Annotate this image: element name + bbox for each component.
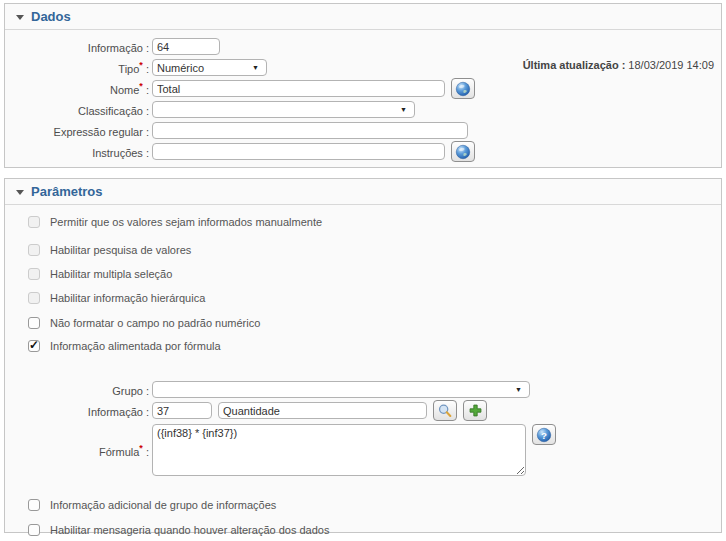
informacao-input[interactable]: [152, 38, 220, 55]
informacao-nome-input[interactable]: [218, 402, 427, 419]
parametros-body: Permitir que os valores sejam informados…: [5, 205, 721, 536]
field-row-classificacao: Classificação : ▼: [5, 101, 721, 118]
add-button[interactable]: [463, 400, 487, 421]
help-icon: ?: [536, 427, 552, 443]
expressao-regular-input[interactable]: [152, 122, 468, 139]
svg-text:?: ?: [541, 429, 547, 440]
field-row-nome: Nome* :: [5, 80, 721, 97]
checkbox[interactable]: [28, 244, 40, 256]
field-row-grupo: Grupo : ▼: [5, 381, 721, 398]
collapse-icon[interactable]: [16, 190, 24, 195]
checkbox-row-informacao-hierarquica: Habilitar informação hierárquica: [5, 292, 721, 304]
formula-label: Fórmula* :: [5, 443, 149, 458]
last-update: Última atualização :18/03/2019 14:09: [523, 59, 714, 71]
dropdown-arrow-icon: ▼: [252, 64, 259, 71]
nome-input[interactable]: [152, 80, 445, 97]
section-title-parametros: Parâmetros: [31, 184, 103, 199]
expressao-regular-label: Expressão regular :: [5, 123, 149, 138]
checkbox-row-alimentada-por-formula: ✓ Informação alimentada por fórmula: [5, 340, 721, 352]
checkbox[interactable]: [28, 317, 40, 329]
parametros-header[interactable]: Parâmetros: [5, 179, 721, 205]
checkbox-label: Habilitar informação hierárquica: [50, 292, 205, 304]
checkbox-label: Não formatar o campo no padrão numérico: [50, 317, 260, 329]
checkbox-label: Habilitar pesquisa de valores: [50, 244, 191, 256]
globe-icon: [455, 81, 471, 97]
checkbox[interactable]: [28, 499, 40, 511]
instrucoes-translate-button[interactable]: [451, 141, 475, 162]
collapse-icon[interactable]: [16, 15, 24, 20]
checkbox-row-nao-formatar-numerico: Não formatar o campo no padrão numérico: [5, 317, 721, 329]
nome-label: Nome* :: [5, 81, 149, 96]
search-button[interactable]: [433, 400, 457, 421]
field-row-informacao-formula: Informação :: [5, 402, 721, 419]
instrucoes-label: Instruções :: [5, 144, 149, 159]
checkbox[interactable]: ✓: [28, 340, 40, 352]
checkbox-row-permitir-valores-manuais: Permitir que os valores sejam informados…: [5, 216, 721, 228]
dados-header[interactable]: Dados: [5, 4, 721, 30]
checkbox[interactable]: [28, 524, 40, 536]
classificacao-label: Classificação :: [5, 102, 149, 117]
checkbox-label: Habilitar mensageria quando houver alter…: [50, 524, 329, 536]
field-row-formula: Fórmula* : ?: [5, 424, 721, 476]
section-title-dados: Dados: [31, 9, 71, 24]
checkbox-label: Informação alimentada por fórmula: [50, 340, 221, 352]
classificacao-select[interactable]: ▼: [152, 101, 415, 118]
dados-body: Última atualização :18/03/2019 14:09 Inf…: [5, 30, 721, 160]
dropdown-arrow-icon: ▼: [400, 106, 407, 113]
checkbox-row-habilitar-pesquisa: Habilitar pesquisa de valores: [5, 244, 721, 256]
last-update-label: Última atualização: [523, 59, 619, 71]
formula-help-button[interactable]: ?: [532, 424, 556, 445]
field-row-informacao: Informação :: [5, 38, 721, 55]
plus-icon: [468, 403, 483, 418]
dropdown-arrow-icon: ▼: [515, 386, 522, 393]
globe-icon: [455, 144, 471, 160]
tipo-select[interactable]: Numérico ▼: [152, 59, 267, 76]
tipo-label: Tipo* :: [5, 60, 149, 75]
checkbox[interactable]: [28, 268, 40, 280]
nome-translate-button[interactable]: [451, 78, 475, 99]
tipo-select-value: Numérico: [157, 62, 204, 74]
section-dados: Dados Última atualização :18/03/2019 14:…: [4, 3, 722, 168]
checkbox-row-informacao-adicional-grupo: Informação adicional de grupo de informa…: [5, 499, 721, 511]
checkbox-label: Informação adicional de grupo de informa…: [50, 499, 276, 511]
informacao-id-input[interactable]: [152, 402, 212, 419]
formula-textarea[interactable]: [152, 424, 526, 476]
grupo-label: Grupo :: [5, 382, 149, 397]
checkbox-row-habilitar-mensageria: Habilitar mensageria quando houver alter…: [5, 524, 721, 536]
field-row-expressao-regular: Expressão regular :: [5, 122, 721, 139]
checkbox-label: Permitir que os valores sejam informados…: [50, 216, 322, 228]
checkbox[interactable]: [28, 292, 40, 304]
informacao-formula-label: Informação :: [5, 403, 149, 418]
last-update-value: 18/03/2019 14:09: [628, 59, 714, 71]
checkbox-row-multipla-selecao: Habilitar multipla seleção: [5, 268, 721, 280]
instrucoes-input[interactable]: [152, 143, 445, 160]
field-row-instrucoes: Instruções :: [5, 143, 721, 160]
informacao-label: Informação :: [5, 39, 149, 54]
grupo-select[interactable]: ▼: [152, 381, 530, 398]
checkbox-label: Habilitar multipla seleção: [50, 268, 172, 280]
search-icon: [437, 403, 453, 419]
section-parametros: Parâmetros Permitir que os valores sejam…: [4, 178, 722, 533]
checkbox[interactable]: [28, 216, 40, 228]
